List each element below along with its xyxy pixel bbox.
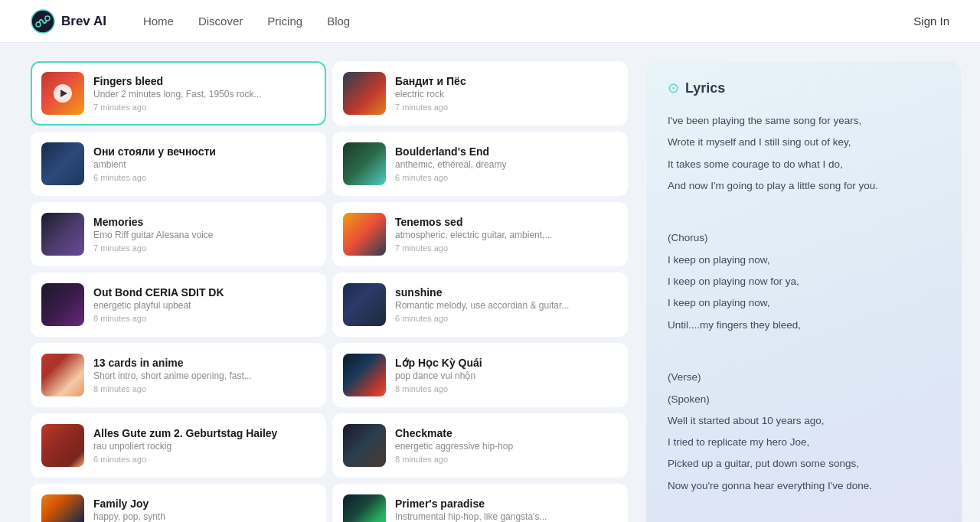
song-description: happy, pop, synth [93, 511, 315, 522]
song-title: Out Bond CERIA SDIT DK [93, 286, 315, 299]
song-card[interactable]: Primer's paradise Instrumental hip-hop, … [332, 484, 628, 522]
song-card[interactable]: sunshine Romantic melody, use accordian … [332, 272, 628, 337]
nav-discover[interactable]: Discover [198, 15, 243, 28]
song-thumbnail [343, 142, 386, 185]
song-description: Instrumental hip-hop, like gangsta's... [395, 511, 617, 522]
lyric-line: (Spoken) [668, 390, 940, 409]
song-timestamp: 7 minutes ago [395, 243, 617, 253]
song-info: Out Bond CERIA SDIT DK energetic playful… [93, 286, 315, 323]
song-title: sunshine [395, 286, 617, 299]
song-card[interactable]: Memories Emo Riff guitar Alesana voice 7… [31, 202, 326, 266]
song-description: Emo Riff guitar Alesana voice [93, 230, 315, 240]
song-timestamp: 6 minutes ago [395, 314, 617, 323]
lyric-line: I keep on playing now, [668, 294, 940, 312]
song-card[interactable]: Lớp Học Kỳ Quái pop dance vui nhộn 8 min… [332, 343, 628, 407]
song-info: Fingers bleed Under 2 minutes long, Fast… [93, 75, 315, 112]
svg-point-1 [36, 22, 41, 27]
song-thumbnail [41, 494, 84, 522]
song-thumbnail [41, 354, 84, 396]
navbar: Brev AI Home Discover Pricing Blog Sign … [0, 0, 980, 43]
song-card[interactable]: Out Bond CERIA SDIT DK energetic playful… [31, 272, 326, 337]
lyric-line: I've been playing the same song for year… [668, 112, 940, 130]
song-description: Romantic melody, use accordian & guitar.… [395, 300, 617, 311]
song-thumbnail [41, 72, 84, 115]
lyric-line: Until....my fingers they bleed, [668, 316, 940, 334]
song-info: Memories Emo Riff guitar Alesana voice 7… [93, 216, 315, 253]
song-timestamp: 8 minutes ago [93, 384, 315, 393]
song-description: ambient [93, 159, 315, 170]
nav-links: Home Discover Pricing Blog [143, 15, 913, 28]
sign-in-button[interactable]: Sign In [913, 15, 949, 28]
song-thumbnail [343, 354, 386, 396]
song-description: pop dance vui nhộn [395, 370, 617, 381]
song-title: Family Joy [93, 498, 315, 510]
lyrics-header: ⊙ Lyrics [668, 80, 940, 96]
song-title: Memories [93, 216, 315, 228]
song-timestamp: 8 minutes ago [93, 314, 315, 323]
song-thumbnail [343, 424, 386, 467]
song-description: Under 2 minutes long, Fast, 1950s rock..… [93, 89, 315, 100]
song-title: Tenemos sed [395, 216, 617, 228]
song-timestamp: 7 minutes ago [93, 103, 315, 112]
song-info: Tenemos sed atmospheric, electric guitar… [395, 216, 617, 253]
song-title: 13 cards in anime [93, 357, 315, 369]
song-thumbnail [41, 142, 84, 185]
lyric-line: Wrote it myself and I still sing out of … [668, 133, 940, 152]
main-container: Fingers bleed Under 2 minutes long, Fast… [0, 43, 980, 522]
nav-blog[interactable]: Blog [327, 15, 350, 28]
nav-pricing[interactable]: Pricing [267, 15, 302, 28]
lyrics-panel: ⊙ Lyrics I've been playing the same song… [646, 61, 962, 522]
song-thumbnail [343, 283, 386, 326]
song-description: anthemic, ethereal, dreamy [395, 159, 617, 170]
lyric-line: Well it started about 10 years ago, [668, 412, 940, 430]
song-thumbnail [343, 72, 386, 115]
nav-home[interactable]: Home [143, 15, 174, 28]
song-info: 13 cards in anime Short intro, short ani… [93, 357, 315, 393]
lyric-line: I keep on playing now, [668, 251, 940, 269]
lyric-line: It takes some courage to do what I do, [668, 155, 940, 174]
lyric-line: I keep on playing now for ya, [668, 272, 940, 291]
song-info: Lớp Học Kỳ Quái pop dance vui nhộn 8 min… [395, 357, 617, 393]
song-description: Short intro, short anime opening, fast..… [93, 370, 315, 381]
song-card[interactable]: Checkmate energetic aggressive hip-hop 8… [332, 413, 628, 478]
song-title: Fingers bleed [93, 75, 315, 87]
lyric-line: Now you're gonna hear everything I've do… [668, 477, 940, 495]
song-thumbnail [41, 213, 84, 256]
play-overlay [41, 72, 84, 115]
song-title: Lớp Học Kỳ Quái [395, 357, 617, 369]
song-timestamp: 8 minutes ago [395, 455, 617, 464]
song-description: electric rock [395, 89, 617, 100]
song-title: Boulderland's End [395, 145, 617, 158]
song-timestamp: 6 minutes ago [93, 173, 315, 182]
song-thumbnail [343, 213, 386, 256]
song-title: Бандит и Пёс [395, 75, 617, 87]
song-description: rau unpoliert rockig [93, 441, 315, 452]
song-description: atmospheric, electric guitar, ambient,..… [395, 230, 617, 240]
play-button[interactable] [54, 84, 72, 103]
lyric-line: And now I'm going to play a little song … [668, 177, 940, 195]
song-info: Checkmate energetic aggressive hip-hop 8… [395, 427, 617, 464]
song-card[interactable]: Fingers bleed Under 2 minutes long, Fast… [31, 61, 326, 126]
song-card[interactable]: Boulderland's End anthemic, ethereal, dr… [332, 132, 628, 196]
song-description: energetic playful upbeat [93, 300, 315, 311]
song-description: energetic aggressive hip-hop [395, 441, 617, 452]
song-timestamp: 7 minutes ago [93, 243, 315, 253]
lyric-line: I tried to replicate my hero Joe, [668, 433, 940, 452]
song-title: Alles Gute zum 2. Geburtstag Hailey [93, 427, 315, 439]
logo[interactable]: Brev AI [31, 9, 106, 34]
song-card[interactable]: Family Joy happy, pop, synth 7 minutes a… [31, 484, 326, 522]
song-info: Они стояли у вечности ambient 6 minutes … [93, 145, 315, 182]
song-card[interactable]: Tenemos sed atmospheric, electric guitar… [332, 202, 628, 266]
song-info: Boulderland's End anthemic, ethereal, dr… [395, 145, 617, 182]
song-info: Бандит и Пёс electric rock 7 minutes ago [395, 75, 617, 112]
song-card[interactable]: Бандит и Пёс electric rock 7 minutes ago [332, 61, 628, 126]
song-thumbnail [343, 494, 386, 522]
song-card[interactable]: Alles Gute zum 2. Geburtstag Hailey rau … [31, 413, 326, 478]
song-title: Primer's paradise [395, 498, 617, 510]
song-timestamp: 7 minutes ago [395, 103, 617, 112]
lyrics-content: I've been playing the same song for year… [668, 112, 940, 522]
song-card[interactable]: 13 cards in anime Short intro, short ani… [31, 343, 326, 407]
song-timestamp: 8 minutes ago [395, 384, 617, 393]
lyric-line: (Verse) [668, 368, 940, 387]
song-card[interactable]: Они стояли у вечности ambient 6 minutes … [31, 132, 326, 196]
